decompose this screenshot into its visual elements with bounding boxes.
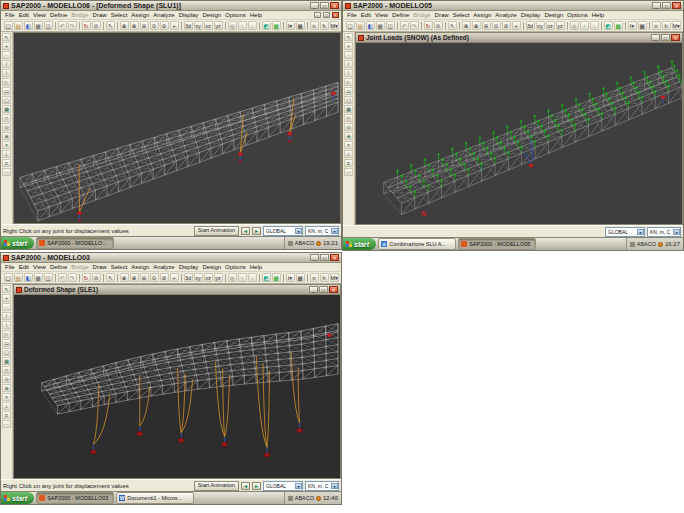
redo-icon[interactable]: ↷ bbox=[410, 21, 419, 30]
menu-help[interactable]: Help bbox=[248, 12, 264, 18]
model-viewport[interactable] bbox=[14, 295, 340, 478]
start-animation-button[interactable]: Start Animation bbox=[194, 226, 239, 236]
inner-close-button[interactable]: ✕ bbox=[671, 34, 680, 41]
chevron-down-icon[interactable]: ▾ bbox=[331, 228, 338, 234]
tray-app-icon[interactable] bbox=[630, 242, 635, 247]
menu-assign[interactable]: Assign bbox=[129, 264, 151, 270]
start-button[interactable]: start bbox=[343, 238, 376, 250]
menu-select[interactable]: Select bbox=[109, 264, 130, 270]
plane-yz-icon[interactable]: yz bbox=[214, 21, 223, 30]
menu-draw[interactable]: Draw bbox=[433, 12, 451, 18]
chevron-down-icon[interactable]: ▾ bbox=[295, 483, 302, 489]
menu-file[interactable]: File bbox=[3, 12, 17, 18]
snap-joints-tool-icon[interactable]: ⊙ bbox=[2, 123, 11, 131]
inner-minimize-button[interactable]: _ bbox=[651, 34, 660, 41]
print-icon[interactable]: ▦ bbox=[376, 21, 385, 30]
title-bar[interactable]: SAP2000 - MODELLO06 - [Deformed Shape (S… bbox=[1, 1, 341, 11]
zoom-in-icon[interactable]: ⊕ bbox=[130, 21, 139, 30]
menu-file[interactable]: File bbox=[345, 12, 359, 18]
perspective-icon[interactable]: ◇ bbox=[570, 21, 579, 30]
select-line-tool-icon[interactable]: ≡ bbox=[2, 411, 11, 419]
print-icon[interactable]: ▦ bbox=[34, 21, 43, 30]
chevron-down-icon[interactable]: ▾ bbox=[295, 228, 302, 234]
perspective-icon[interactable]: ◇ bbox=[228, 21, 237, 30]
chevron-down-icon[interactable]: ▾ bbox=[637, 229, 644, 235]
chevron-down-icon[interactable]: ▾ bbox=[673, 229, 680, 235]
snap-midpoints-tool-icon[interactable]: ⊕ bbox=[2, 132, 11, 140]
snap-joints-tool-icon[interactable]: ⊙ bbox=[2, 375, 11, 383]
lock-model-icon[interactable]: ⊘ bbox=[434, 21, 443, 30]
menu-define[interactable]: Define bbox=[390, 12, 411, 18]
quick-draw-frame-tool-icon[interactable]: \ bbox=[2, 321, 11, 329]
snap-perpendicular-tool-icon[interactable]: ⊥ bbox=[344, 150, 353, 158]
show-grid-icon[interactable]: ▦ bbox=[638, 21, 647, 30]
menu-assign[interactable]: Assign bbox=[471, 12, 493, 18]
set-elements-icon[interactable]: ▩ bbox=[272, 273, 281, 282]
set-elements-icon[interactable]: ▩ bbox=[272, 21, 281, 30]
lock-model-icon[interactable]: ⊘ bbox=[92, 273, 101, 282]
model-viewport[interactable] bbox=[14, 33, 340, 223]
draw-rect-area-tool-icon[interactable]: ▢ bbox=[344, 96, 353, 104]
chevron-down-icon[interactable]: ▾ bbox=[331, 483, 338, 489]
view-3d-icon[interactable]: 3d bbox=[526, 21, 535, 30]
menu-edit[interactable]: Edit bbox=[17, 12, 31, 18]
move-down-icon[interactable]: ↓ bbox=[248, 21, 257, 30]
select-line-tool-icon[interactable]: ≡ bbox=[2, 159, 11, 167]
zoom-full-icon[interactable]: ⊙ bbox=[150, 21, 159, 30]
close-button[interactable]: ✕ bbox=[672, 2, 681, 9]
tray-app-icon[interactable] bbox=[288, 241, 293, 246]
menu-design[interactable]: Design bbox=[542, 12, 565, 18]
quick-draw-frame-tool-icon[interactable]: \ bbox=[2, 69, 11, 77]
menu-help[interactable]: Help bbox=[248, 264, 264, 270]
menu-display[interactable]: Display bbox=[519, 12, 543, 18]
object-display-icon[interactable]: ◩ bbox=[262, 273, 271, 282]
n-view-icon[interactable]: n bbox=[652, 21, 661, 30]
snap-intersections-tool-icon[interactable]: × bbox=[2, 393, 11, 401]
snap-perpendicular-tool-icon[interactable]: ⊥ bbox=[2, 402, 11, 410]
rubber-band-zoom-icon[interactable]: ⊕ bbox=[462, 21, 471, 30]
snap-intersections-tool-icon[interactable]: × bbox=[344, 141, 353, 149]
title-bar[interactable]: SAP2000 - MODELLO05 _ □ ✕ bbox=[343, 1, 683, 11]
restore-button[interactable]: □ bbox=[320, 2, 329, 9]
reshape-tool-icon[interactable]: + bbox=[2, 294, 11, 302]
undo-icon[interactable]: ↶ bbox=[400, 21, 409, 30]
zoom-out-icon[interactable]: ⊖ bbox=[482, 21, 491, 30]
taskbar-task-button[interactable]: SAP2000 - MODELLO05 bbox=[458, 238, 536, 250]
print-icon[interactable]: ▦ bbox=[34, 273, 43, 282]
frame-section-icon[interactable]: I▾ bbox=[628, 21, 637, 30]
pointer-icon[interactable]: ↖ bbox=[106, 273, 115, 282]
units-dropdown[interactable]: KN, m, C ▾ bbox=[305, 481, 339, 491]
menu-design[interactable]: Design bbox=[200, 12, 223, 18]
quick-draw-brace-tool-icon[interactable]: ▷ bbox=[344, 78, 353, 86]
select-pointer-tool-icon[interactable]: ↖ bbox=[2, 285, 11, 293]
object-display-icon[interactable]: ◩ bbox=[262, 21, 271, 30]
zoom-out-icon[interactable]: ⊖ bbox=[140, 273, 149, 282]
minimize-button[interactable]: _ bbox=[310, 254, 319, 261]
h-view-icon[interactable]: h bbox=[320, 273, 329, 282]
title-bar[interactable]: SAP2000 - MODELLO03 _ □ ✕ bbox=[1, 253, 341, 263]
menu-help[interactable]: Help bbox=[590, 12, 606, 18]
draw-frame-tool-icon[interactable]: / bbox=[2, 60, 11, 68]
menu-options[interactable]: Options bbox=[223, 264, 248, 270]
menu-draw[interactable]: Draw bbox=[91, 264, 109, 270]
inner-window-title-bar[interactable]: Deformed Shape (SLE1) _ □ ✕ bbox=[14, 285, 340, 295]
plane-yz-icon[interactable]: yz bbox=[556, 21, 565, 30]
menu-display[interactable]: Display bbox=[177, 12, 201, 18]
menu-draw[interactable]: Draw bbox=[91, 12, 109, 18]
view-3d-icon[interactable]: 3d bbox=[184, 273, 193, 282]
m-view-icon[interactable]: M▾ bbox=[330, 21, 339, 30]
draw-quad-area-tool-icon[interactable]: ▭ bbox=[344, 87, 353, 95]
inner-restore-button[interactable]: □ bbox=[323, 12, 330, 18]
frame-section-icon[interactable]: I▾ bbox=[286, 273, 295, 282]
move-up-icon[interactable]: ↑ bbox=[238, 21, 247, 30]
redo-icon[interactable]: ↷ bbox=[68, 273, 77, 282]
menu-select[interactable]: Select bbox=[109, 12, 130, 18]
snap-joints-tool-icon[interactable]: ⊙ bbox=[344, 123, 353, 131]
snap-midpoints-tool-icon[interactable]: ⊕ bbox=[344, 132, 353, 140]
inner-window-title-bar[interactable]: Joint Loads (SNOW) (As Defined) _ □ ✕ bbox=[356, 33, 682, 43]
draw-frame-tool-icon[interactable]: / bbox=[2, 312, 11, 320]
rubber-band-zoom-icon[interactable]: ⊕ bbox=[120, 21, 129, 30]
start-button[interactable]: start bbox=[1, 492, 34, 504]
reshape-tool-icon[interactable]: + bbox=[344, 42, 353, 50]
zoom-full-icon[interactable]: ⊙ bbox=[150, 273, 159, 282]
